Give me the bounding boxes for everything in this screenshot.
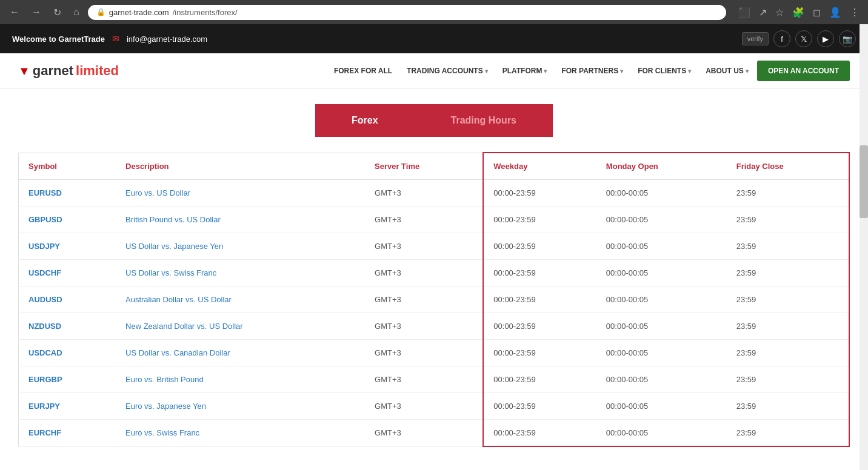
- table-row: EURJPY Euro vs. Japanese Yen GMT+3 00:00…: [19, 393, 850, 420]
- chevron-down-icon: ▾: [620, 68, 623, 74]
- chevron-down-icon: ▾: [688, 68, 691, 74]
- cell-weekday: 00:00-23:59: [483, 180, 596, 207]
- cell-server-time: GMT+3: [365, 207, 483, 233]
- twitter-icon[interactable]: 𝕏: [795, 30, 812, 47]
- logo[interactable]: ▼ garnetlimited: [18, 63, 119, 79]
- cell-symbol: EURGBP: [19, 366, 116, 393]
- cell-description: US Dollar vs. Japanese Yen: [116, 233, 365, 260]
- tab-forex[interactable]: Forex: [315, 104, 415, 137]
- cell-symbol: NZDUSD: [19, 313, 116, 340]
- cell-symbol: USDJPY: [19, 233, 116, 260]
- cell-monday-open: 00:00-00:05: [596, 207, 727, 233]
- cell-friday-close: 23:59: [727, 313, 849, 340]
- nav-about-us-label: ABOUT US: [706, 67, 744, 75]
- cell-description: Australian Dollar vs. US Dollar: [116, 286, 365, 313]
- address-bar[interactable]: 🔒 garnet-trade.com/instruments/forex/: [88, 5, 726, 20]
- back-button[interactable]: ←: [6, 4, 23, 20]
- table-row: EURGBP Euro vs. British Pound GMT+3 00:0…: [19, 366, 850, 393]
- cell-friday-close: 23:59: [727, 393, 849, 420]
- tab-section: Forex Trading Hours: [0, 89, 868, 152]
- table-row: GBPUSD British Pound vs. US Dollar GMT+3…: [19, 207, 850, 233]
- home-button[interactable]: ⌂: [70, 4, 83, 20]
- more-icon[interactable]: ⋮: [847, 5, 862, 19]
- trading-hours-table: Symbol Description Server Time Weekday M…: [18, 152, 850, 447]
- cell-monday-open: 00:00-00:05: [596, 420, 727, 447]
- logo-limited: limited: [76, 63, 119, 79]
- cell-symbol: USDCHF: [19, 260, 116, 286]
- facebook-icon[interactable]: f: [773, 30, 790, 47]
- cell-server-time: GMT+3: [365, 260, 483, 286]
- cell-monday-open: 00:00-00:05: [596, 286, 727, 313]
- cell-friday-close: 23:59: [727, 180, 849, 207]
- youtube-icon[interactable]: ▶: [817, 30, 834, 47]
- top-bar-left: Welcome to GarnetTrade ✉ info@garnet-tra…: [12, 34, 207, 44]
- cell-symbol: GBPUSD: [19, 207, 116, 233]
- header: ▼ garnetlimited FOREX FOR ALL TRADING AC…: [0, 53, 868, 89]
- tab-trading-hours[interactable]: Trading Hours: [415, 104, 553, 137]
- nav-trading-accounts-label: TRADING ACCOUNTS: [407, 67, 483, 75]
- nav-platform-label: PLATFORM: [502, 67, 542, 75]
- cell-description: Euro vs. British Pound: [116, 366, 365, 393]
- table-header-row: Symbol Description Server Time Weekday M…: [19, 153, 850, 180]
- scrollbar-thumb[interactable]: [860, 145, 868, 218]
- forward-button[interactable]: →: [28, 4, 45, 20]
- nav-forex-for-all[interactable]: FOREX FOR ALL: [328, 62, 398, 80]
- cell-weekday: 00:00-23:59: [483, 207, 596, 233]
- cell-description: Euro vs. Swiss Franc: [116, 420, 365, 447]
- cell-monday-open: 00:00-00:05: [596, 366, 727, 393]
- cell-monday-open: 00:00-00:05: [596, 260, 727, 286]
- cell-friday-close: 23:59: [727, 207, 849, 233]
- cell-server-time: GMT+3: [365, 366, 483, 393]
- top-bar: Welcome to GarnetTrade ✉ info@garnet-tra…: [0, 24, 868, 53]
- cell-symbol: EURCHF: [19, 420, 116, 447]
- cell-server-time: GMT+3: [365, 313, 483, 340]
- nav-platform[interactable]: PLATFORM ▾: [496, 62, 553, 80]
- table-body: EURUSD Euro vs. US Dollar GMT+3 00:00-23…: [19, 180, 850, 447]
- cell-weekday: 00:00-23:59: [483, 420, 596, 447]
- cell-description: US Dollar vs. Swiss Franc: [116, 260, 365, 286]
- nav-for-partners[interactable]: FOR PARTNERS ▾: [555, 62, 629, 80]
- cell-symbol: AUDUSD: [19, 286, 116, 313]
- verify-badge[interactable]: verify: [742, 32, 769, 45]
- table-row: NZDUSD New Zealand Dollar vs. US Dollar …: [19, 313, 850, 340]
- cell-weekday: 00:00-23:59: [483, 313, 596, 340]
- chevron-down-icon: ▾: [485, 68, 488, 74]
- cell-description: Euro vs. US Dollar: [116, 180, 365, 207]
- bookmark-icon[interactable]: ☆: [773, 5, 786, 19]
- cell-description: British Pound vs. US Dollar: [116, 207, 365, 233]
- cell-weekday: 00:00-23:59: [483, 340, 596, 366]
- nav-for-partners-label: FOR PARTNERS: [561, 67, 618, 75]
- cell-weekday: 00:00-23:59: [483, 260, 596, 286]
- url-path: /instruments/forex/: [173, 8, 238, 17]
- col-header-monday-open: Monday Open: [596, 153, 727, 180]
- col-header-description: Description: [116, 153, 365, 180]
- col-header-server-time: Server Time: [365, 153, 483, 180]
- cell-friday-close: 23:59: [727, 286, 849, 313]
- nav-about-us[interactable]: ABOUT US ▾: [699, 62, 755, 80]
- cast-icon[interactable]: ⬛: [736, 5, 753, 19]
- nav-forex-for-all-label: FOREX FOR ALL: [334, 67, 392, 75]
- tab-menu-icon[interactable]: ◻: [810, 5, 823, 19]
- open-account-button[interactable]: OPEN AN ACCOUNT: [757, 61, 850, 81]
- share-icon[interactable]: ↗: [756, 5, 769, 19]
- table-container: Symbol Description Server Time Weekday M…: [0, 152, 868, 465]
- cell-symbol: EURUSD: [19, 180, 116, 207]
- top-bar-right: verify f 𝕏 ▶ 📷: [742, 30, 856, 47]
- nav-trading-accounts[interactable]: TRADING ACCOUNTS ▾: [401, 62, 494, 80]
- scrollbar[interactable]: [860, 24, 868, 465]
- url-prefix: garnet-trade.com: [109, 8, 169, 17]
- logo-garnet: garnet: [33, 63, 73, 79]
- profile-icon[interactable]: 👤: [827, 5, 844, 19]
- cell-monday-open: 00:00-00:05: [596, 233, 727, 260]
- browser-actions: ⬛ ↗ ☆ 🧩 ◻ 👤 ⋮: [736, 5, 862, 19]
- cell-friday-close: 23:59: [727, 260, 849, 286]
- cell-monday-open: 00:00-00:05: [596, 340, 727, 366]
- extensions-icon[interactable]: 🧩: [790, 5, 807, 19]
- instagram-icon[interactable]: 📷: [839, 30, 856, 47]
- cell-server-time: GMT+3: [365, 180, 483, 207]
- nav-for-clients[interactable]: FOR CLIENTS ▾: [632, 62, 697, 80]
- col-header-friday-close: Friday Close: [727, 153, 849, 180]
- col-header-weekday: Weekday: [483, 153, 596, 180]
- reload-button[interactable]: ↻: [50, 4, 65, 21]
- email-icon: ✉: [112, 34, 119, 44]
